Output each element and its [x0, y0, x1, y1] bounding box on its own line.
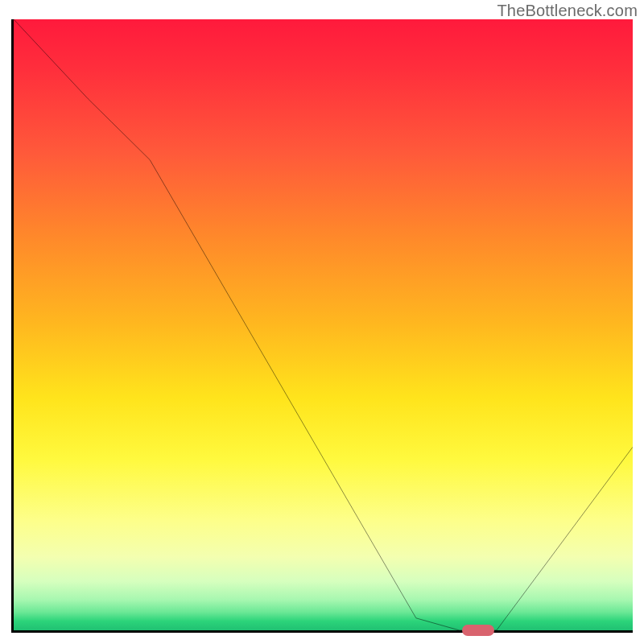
curve-path	[14, 19, 633, 630]
watermark-text: TheBottleneck.com	[497, 2, 638, 20]
plot-area	[11, 19, 633, 633]
optimal-marker	[462, 625, 494, 636]
chart-container: TheBottleneck.com	[0, 0, 644, 644]
bottleneck-curve	[14, 19, 633, 630]
